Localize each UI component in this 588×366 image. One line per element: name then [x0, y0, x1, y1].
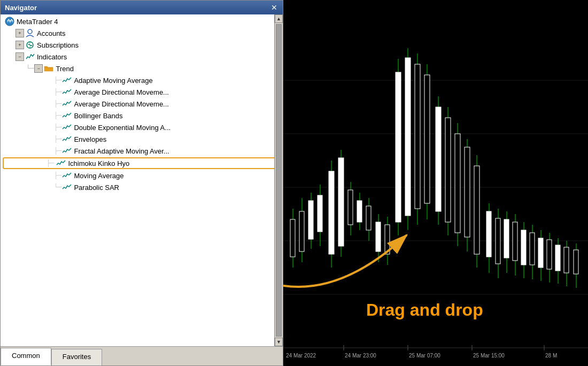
adm1-item[interactable]: ├─ Average Directional Moveme... [1, 86, 283, 98]
svg-text:25 Mar 07:00: 25 Mar 07:00 [409, 353, 440, 359]
svg-rect-16 [318, 195, 322, 232]
svg-rect-46 [465, 147, 470, 237]
svg-rect-60 [530, 233, 535, 265]
svg-rect-12 [299, 211, 304, 251]
adm1-lines: ├─ [54, 88, 61, 96]
env-indicator-icon [62, 135, 72, 143]
navigator-title: Navigator [5, 4, 37, 12]
fama-label: Fractal Adaptive Moving Aver... [74, 147, 169, 155]
accounts-icon [25, 29, 35, 37]
svg-rect-38 [424, 75, 430, 203]
subscriptions-icon [25, 41, 35, 49]
svg-rect-64 [547, 240, 552, 269]
ama-indicator-icon [62, 76, 72, 85]
accounts-expand[interactable]: + [16, 29, 24, 37]
close-button[interactable]: ✕ [270, 3, 278, 12]
svg-rect-10 [290, 219, 295, 257]
tree-area: MetaTrader 4 + Accounts + [1, 14, 283, 346]
ma-label: Moving Average [74, 172, 123, 180]
accounts-item[interactable]: + Accounts [1, 27, 283, 39]
bb-label: Bollinger Bands [74, 112, 122, 120]
subscriptions-label: Subscriptions [37, 41, 79, 49]
svg-rect-18 [329, 171, 334, 254]
svg-point-1 [28, 29, 32, 34]
indicators-expand[interactable]: − [16, 52, 24, 61]
trend-expand[interactable]: − [34, 64, 43, 73]
svg-rect-42 [445, 118, 451, 222]
svg-text:25 Mar 15:00: 25 Mar 15:00 [473, 353, 505, 359]
tree-scroll[interactable]: MetaTrader 4 + Accounts + [1, 14, 283, 346]
svg-rect-24 [357, 201, 362, 222]
scroll-down-arrow[interactable]: ▼ [275, 338, 283, 346]
ma-lines: ├─ [54, 172, 61, 179]
scroll-thumb[interactable] [276, 24, 282, 337]
scroll-up-arrow[interactable]: ▲ [275, 14, 283, 23]
svg-text:24 Mar 23:00: 24 Mar 23:00 [345, 353, 376, 359]
svg-rect-58 [521, 230, 526, 265]
svg-text:Drag and drop: Drag and drop [366, 300, 483, 319]
bb-item[interactable]: ├─ Bollinger Bands [1, 110, 283, 121]
trend-item[interactable]: └─ − Trend [1, 63, 283, 74]
ikh-item[interactable]: ├─ Ichimoku Kinko Hyo [3, 157, 281, 169]
ama-lines: ├─ [54, 77, 61, 84]
ikh-label: Ichimoku Kinko Hyo [68, 159, 129, 167]
svg-rect-54 [504, 219, 509, 258]
svg-rect-48 [474, 166, 479, 254]
indicators-label: Indicators [37, 53, 67, 61]
navigator-panel: Navigator ✕ MetaTrader 4 + [0, 0, 283, 366]
svg-rect-26 [366, 206, 371, 230]
metatrader-icon [5, 17, 14, 26]
ikh-lines: ├─ [47, 159, 54, 167]
svg-rect-66 [555, 245, 560, 271]
svg-rect-52 [496, 218, 500, 264]
ama-label: Adaptive Moving Average [74, 77, 152, 85]
root-label: MetaTrader 4 [17, 18, 58, 26]
svg-rect-44 [455, 134, 460, 233]
dema-lines: ├─ [54, 124, 61, 131]
trend-lines: └─ [26, 65, 34, 72]
tab-favorites[interactable]: Favorites [51, 349, 102, 365]
tabs-bar: Common Favorites [1, 346, 283, 365]
subscriptions-expand[interactable]: + [16, 41, 24, 49]
vertical-scrollbar[interactable]: ▲ ▼ [274, 14, 283, 346]
adm1-indicator-icon [62, 88, 72, 96]
svg-rect-34 [405, 58, 411, 216]
adm2-item[interactable]: ├─ Average Directional Moveme... [1, 98, 283, 110]
fama-item[interactable]: ├─ Fractal Adaptive Moving Aver... [1, 145, 283, 157]
psar-indicator-icon [62, 183, 72, 192]
ikh-indicator-icon [56, 159, 66, 167]
svg-rect-40 [436, 107, 441, 211]
adm2-indicator-icon [62, 100, 72, 108]
psar-lines: └─ [54, 184, 61, 191]
tree-root[interactable]: MetaTrader 4 [1, 16, 283, 27]
indicators-item[interactable]: − Indicators [1, 51, 283, 63]
ma-item[interactable]: ├─ Moving Average [1, 170, 283, 181]
subscriptions-item[interactable]: + Subscriptions [1, 39, 283, 51]
ama-item[interactable]: ├─ Adaptive Moving Average [1, 74, 283, 86]
svg-text:28 M: 28 M [545, 353, 557, 359]
psar-item[interactable]: └─ Parabolic SAR [1, 181, 283, 193]
chart-svg: 24 Mar 2022 24 Mar 23:00 25 Mar 07:00 25… [283, 0, 588, 366]
dema-label: Double Exponential Moving A... [74, 124, 171, 132]
svg-rect-56 [513, 222, 517, 261]
svg-rect-22 [348, 190, 353, 225]
svg-rect-32 [396, 72, 401, 222]
accounts-label: Accounts [37, 29, 65, 37]
svg-rect-70 [574, 250, 578, 274]
svg-rect-36 [415, 64, 420, 209]
svg-rect-14 [308, 201, 313, 239]
psar-label: Parabolic SAR [74, 184, 119, 192]
svg-rect-20 [338, 158, 344, 246]
indicators-icon [25, 52, 35, 61]
tab-common[interactable]: Common [1, 348, 51, 365]
svg-rect-50 [486, 211, 491, 257]
adm2-label: Average Directional Moveme... [74, 100, 169, 108]
env-item[interactable]: ├─ Envelopes [1, 133, 283, 145]
ma-indicator-icon [62, 171, 72, 180]
chart-area: 24 Mar 2022 24 Mar 23:00 25 Mar 07:00 25… [283, 0, 588, 366]
adm2-lines: ├─ [54, 100, 61, 108]
dema-indicator-icon [62, 123, 72, 132]
dema-item[interactable]: ├─ Double Exponential Moving A... [1, 121, 283, 133]
navigator-title-bar: Navigator ✕ [1, 1, 283, 14]
trend-label: Trend [56, 65, 73, 73]
